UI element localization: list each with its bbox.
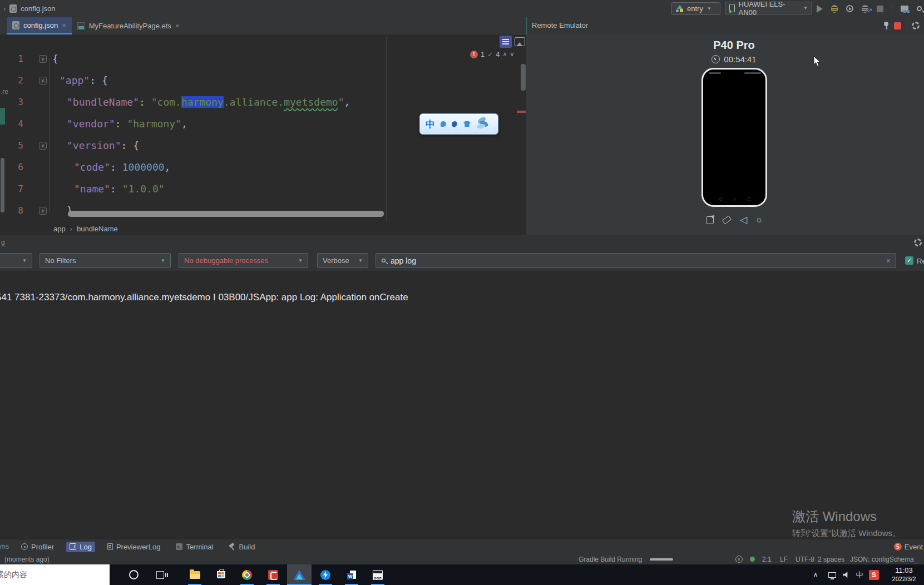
inspections-widget[interactable]: ! 1 ✓ 4 ∧ ∨ [470,50,515,58]
line-number[interactable]: 6 [0,162,23,172]
emulator-phone-screen[interactable]: ◁ ○ □ [701,68,767,207]
line-number[interactable]: 1 [0,53,23,64]
line-number[interactable]: 4 [0,118,23,129]
code-line[interactable]: 2∨"app": { [0,70,523,91]
tool-tab-profiler[interactable]: Profiler [18,542,57,552]
tool-tab-log[interactable]: Log [66,542,95,552]
clear-search-icon[interactable]: × [886,256,891,265]
breadcrumb-bundlename[interactable]: bundleName [77,225,118,233]
code-line[interactable]: 6"code": 1000000, [0,156,523,178]
log-device-dropdown[interactable]: ▼ [0,253,32,268]
tool-tab-build[interactable]: Build [226,542,259,552]
line-number[interactable]: 8 [0,205,23,216]
tab-myfeatureabilitypage[interactable]: MyFeatureAbilityPage.ets × [72,17,185,34]
cancel-build-icon[interactable]: × [735,556,743,563]
line-number[interactable]: 5 [0,140,23,151]
log-filter-dropdown[interactable]: No Filters ▼ [39,253,171,268]
line-ending-indicator[interactable]: LF [780,556,788,563]
line-number[interactable]: 3 [0,97,23,107]
search-everywhere-button[interactable] [917,6,922,11]
lightning-app-button[interactable] [313,564,338,585]
phone-back-icon[interactable]: ◁ [718,196,722,202]
wipe-data-button[interactable] [722,216,732,225]
breadcrumb-app[interactable]: app [53,225,66,233]
sogou-tray-button[interactable]: S [866,564,882,585]
preview-view-toggle[interactable] [515,37,525,46]
clipped-problems-tab[interactable]: ms [0,543,9,551]
code-line[interactable]: 1∨{ [0,48,523,70]
phone-recents-icon[interactable]: □ [747,196,750,202]
red-app-button[interactable] [261,564,285,585]
stop-emulator-button[interactable] [894,22,901,29]
task-view-button[interactable] [148,564,172,585]
rotate-button[interactable] [706,216,714,224]
attach-debugger-button[interactable]: ↗ [862,5,868,13]
taskbar-search-box[interactable]: 索的内容 [0,564,110,585]
line-number[interactable]: 7 [0,184,23,194]
error-stripe-mark[interactable] [517,111,526,113]
run-button[interactable] [817,5,823,13]
tray-network-button[interactable] [824,564,840,585]
regex-checkbox[interactable]: ✓ [905,256,913,265]
project-structure-button[interactable] [901,6,908,12]
vertical-scrollbar[interactable] [521,64,526,91]
fold-marker-icon[interactable]: ∧ [39,207,47,215]
chrome-button[interactable] [235,564,259,585]
file-explorer-button[interactable] [182,564,207,585]
tab-config-json[interactable]: config.json × [7,17,72,34]
module-selector[interactable]: entry ▼ [671,2,720,15]
list-view-toggle[interactable] [500,36,512,48]
ms-store-button[interactable] [209,564,233,585]
close-icon[interactable]: × [175,22,180,30]
deveco-studio-button[interactable] [287,564,312,585]
stop-button[interactable] [877,6,883,12]
tray-ime-button[interactable]: 中 [852,564,867,585]
next-issue-button[interactable]: ∨ [510,51,515,58]
code-text[interactable]: "app": { [50,75,523,86]
line-number[interactable]: 2 [0,75,23,86]
phone-home-icon[interactable]: ○ [733,196,736,202]
code-line[interactable]: 7"name": "1.0.0" [0,178,523,200]
log-search-input[interactable]: app log × [375,253,896,268]
code-text[interactable]: "version": { [50,140,523,151]
ime-voice-icon[interactable] [441,121,446,127]
process-dropdown[interactable]: No debuggable processes ▼ [179,253,308,268]
phone-nav-bar[interactable]: ◁ ○ □ [703,196,765,202]
device-selector[interactable]: HUAWEI ELS-AN00 ▼ [725,2,812,14]
ime-skin-icon[interactable] [463,121,471,127]
horizontal-scrollbar[interactable] [68,211,384,217]
tool-tab-terminal[interactable]: >_ Terminal [172,542,216,552]
code-line[interactable]: 3"bundleName": "com.harmony.alliance.mye… [0,91,523,113]
ime-mode-indicator[interactable]: 中 [426,118,435,131]
tray-expand-button[interactable]: ∧ [808,564,823,585]
ime-moon-icon[interactable] [452,121,458,127]
fold-marker-icon[interactable]: ∨ [39,142,47,150]
code-text[interactable]: "code": 1000000, [50,161,523,173]
schema-indicator[interactable]: JSON: configSchema_ [850,556,917,563]
gear-icon[interactable] [914,239,922,246]
log-line[interactable]: 541 7381-23373/com.harmony.alliance.myet… [0,292,408,303]
code-text[interactable]: "bundleName": "com.harmony.alliance.myet… [50,96,523,108]
ggg-app-button[interactable]: GGG [365,564,390,585]
taskbar-clock[interactable]: 11:03 2022/3/2 [887,566,921,582]
code-text[interactable]: "name": "1.0.0" [50,183,523,195]
event-log-button[interactable]: 5 Event [894,543,923,551]
gear-icon[interactable] [912,22,920,29]
caret-position[interactable]: 2:1 [762,556,772,563]
indent-indicator[interactable]: 2 spaces [818,556,844,563]
ime-toolbar[interactable]: 中 [419,113,498,135]
encoding-indicator[interactable]: UTF-8 [795,556,814,563]
code-text[interactable]: { [50,53,523,65]
debug-button[interactable] [831,5,838,13]
word-button[interactable]: W [339,564,364,585]
fold-marker-icon[interactable]: ∨ [39,77,47,85]
prev-issue-button[interactable]: ∧ [503,51,507,58]
code-line[interactable]: 5∨"version": { [0,135,523,156]
code-lines[interactable]: 1∨{2∨"app": {3"bundleName": "com.harmony… [0,48,523,221]
log-level-dropdown[interactable]: Verbose ▼ [317,253,368,268]
tool-tab-previewerlog[interactable]: PreviewerLog [104,542,164,552]
home-button[interactable]: ○ [756,215,762,226]
log-output-area[interactable]: 541 7381-23373/com.harmony.alliance.myet… [0,271,924,539]
fold-marker-icon[interactable]: ∨ [39,55,47,63]
profile-button[interactable] [846,5,853,12]
